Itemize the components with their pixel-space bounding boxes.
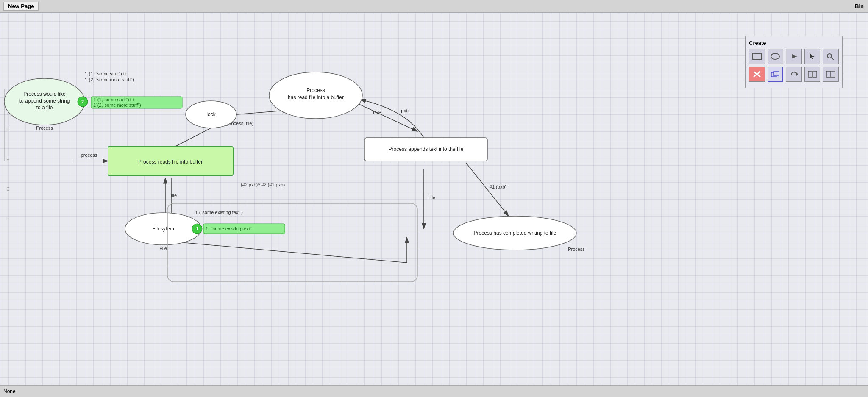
node-process-completed-sublabel: Process xyxy=(568,247,585,252)
node-process-append-sublabel: Process xyxy=(36,125,53,130)
arc-pxb-back xyxy=(360,100,424,138)
svg-line-5 xyxy=(831,58,834,60)
create-copy-btn[interactable] xyxy=(768,67,784,82)
svg-marker-2 xyxy=(792,54,797,58)
left-marker-e3: E xyxy=(6,157,9,162)
arc-complete xyxy=(466,163,509,216)
svg-rect-11 xyxy=(808,71,812,77)
node-lock-text: lock xyxy=(206,111,216,117)
token-filesystem-value: 1 xyxy=(196,226,198,231)
node-filesystem-sublabel: File xyxy=(159,246,167,251)
create-search-btn[interactable] xyxy=(823,49,839,64)
create-split-btn[interactable] xyxy=(823,67,839,82)
node-process-append-text3: to a file xyxy=(36,105,53,111)
svg-marker-10 xyxy=(796,72,798,76)
svg-point-4 xyxy=(827,54,832,58)
svg-rect-9 xyxy=(774,72,779,76)
arc-complete-label: #1 (pxb) xyxy=(490,184,506,189)
annotation-plain1: 1`(1, "some stuff")++ xyxy=(85,71,128,76)
create-arrow-btn[interactable] xyxy=(786,49,802,64)
arc-loop xyxy=(172,178,407,263)
create-rectangle-btn[interactable] xyxy=(749,49,765,64)
create-delete-btn[interactable] xyxy=(749,67,765,82)
arc-file-down-label: file xyxy=(429,195,435,200)
status-text: None xyxy=(3,389,16,394)
node-process-completed-text: Process has completed writing to file xyxy=(474,230,556,236)
svg-marker-3 xyxy=(810,53,814,59)
canvas[interactable]: Create xyxy=(0,13,868,385)
token-process-append-value: 2 xyxy=(81,99,84,104)
node-process-appends-text: Process appends text into the file xyxy=(389,146,464,152)
left-marker-e4: E xyxy=(6,186,9,192)
arc-pxb-label: pxb xyxy=(401,108,409,113)
create-merge-btn[interactable] xyxy=(804,67,821,82)
annotation-plain2: 1`(2, "some more stuff") xyxy=(85,77,134,82)
node-process-read-complete-text1: Process xyxy=(306,87,325,93)
filesystem-annotation-plain: 1`("some existing text") xyxy=(195,210,243,215)
node-process-append-text2: to append some string xyxy=(19,98,70,104)
svg-rect-12 xyxy=(813,71,817,77)
arc-loop-label: (#2 pxb)^ #2 (#1 pxb) xyxy=(241,182,285,187)
create-rotate-btn[interactable] xyxy=(786,67,802,82)
bin-label: Bin xyxy=(855,3,864,9)
node-process-read-complete-text2: has read file into a buffer xyxy=(288,94,344,100)
diagram-svg: process (process, file) PxB pxb file (#2… xyxy=(0,13,868,385)
node-process-append-text1: Process would like xyxy=(23,91,66,97)
svg-point-1 xyxy=(771,53,779,59)
title-bar: New Page Bin xyxy=(0,0,868,13)
left-marker-e2: E xyxy=(6,127,9,132)
node-process-reads-text: Process reads file into buffer xyxy=(138,159,203,165)
arc-PxB xyxy=(358,104,417,131)
filesystem-annotation-text: 1` "some existing text" xyxy=(206,226,252,231)
create-panel: Create xyxy=(745,36,843,88)
status-bar: None xyxy=(0,385,868,397)
annotation-text1: 1`(1,"some stuff")++ xyxy=(93,97,134,102)
left-marker-e5: E xyxy=(6,216,9,221)
arc-process-label: process xyxy=(81,153,97,158)
arc-PxB-label: PxB xyxy=(373,110,381,115)
page-tab[interactable]: New Page xyxy=(3,2,39,11)
create-select-btn[interactable] xyxy=(804,49,821,64)
annotation-text2: 1`(2,"some more stuff") xyxy=(93,103,141,108)
bottom-container xyxy=(167,203,417,282)
create-ellipse-btn[interactable] xyxy=(768,49,784,64)
svg-rect-0 xyxy=(753,53,761,59)
create-panel-title: Create xyxy=(749,40,839,46)
node-filesystem-text: Filesytem xyxy=(152,226,174,232)
